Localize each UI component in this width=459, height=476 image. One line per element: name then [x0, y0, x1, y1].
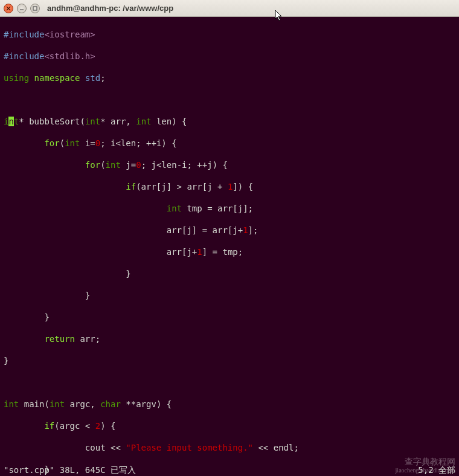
code-line — [4, 377, 455, 388]
status-position: 5,2 全部 — [418, 465, 455, 475]
code-line: int tmp = arr[j]; — [4, 203, 455, 214]
code-line: cout << "Please input something." << end… — [4, 442, 455, 453]
status-message: "sort.cpp" 38L, 645C 已写入 — [4, 465, 136, 475]
code-line: } — [4, 355, 455, 366]
code-line: for(int i=0; i<len; ++i) { — [4, 138, 455, 149]
cursor: n — [8, 117, 13, 126]
maximize-icon[interactable] — [30, 4, 40, 13]
code-line: } — [4, 312, 455, 323]
code-line: if(argc < 2) { — [4, 420, 455, 431]
code-line: #include<stdlib.h> — [4, 51, 455, 62]
code-line: #include<iostream> — [4, 29, 455, 40]
minimize-icon[interactable] — [17, 4, 27, 13]
code-line: } — [4, 290, 455, 301]
code-line: int* bubbleSort(int* arr, int len) { — [4, 116, 455, 127]
code-line: int main(int argc, char **argv) { — [4, 399, 455, 410]
code-line: if(arr[j] > arr[j + 1]) { — [4, 181, 455, 192]
code-line — [4, 94, 455, 105]
code-line: using namespace std; — [4, 72, 455, 83]
code-line: } — [4, 268, 455, 279]
code-line: arr[j] = arr[j+1]; — [4, 225, 455, 236]
editor-area[interactable]: #include<iostream> #include<stdlib.h> us… — [0, 17, 459, 476]
svg-rect-0 — [33, 7, 37, 10]
code-line: return arr; — [4, 333, 455, 344]
window-titlebar: andhm@andhm-pc: /var/www/cpp — [0, 0, 459, 17]
window-title: andhm@andhm-pc: /var/www/cpp — [47, 3, 173, 14]
close-icon[interactable] — [4, 4, 13, 13]
code-line: for(int j=0; j<len-i; ++j) { — [4, 159, 455, 170]
code-line: arr[j+1] = tmp; — [4, 246, 455, 257]
status-bar: "sort.cpp" 38L, 645C 已写入 5,2 全部 — [0, 464, 459, 476]
